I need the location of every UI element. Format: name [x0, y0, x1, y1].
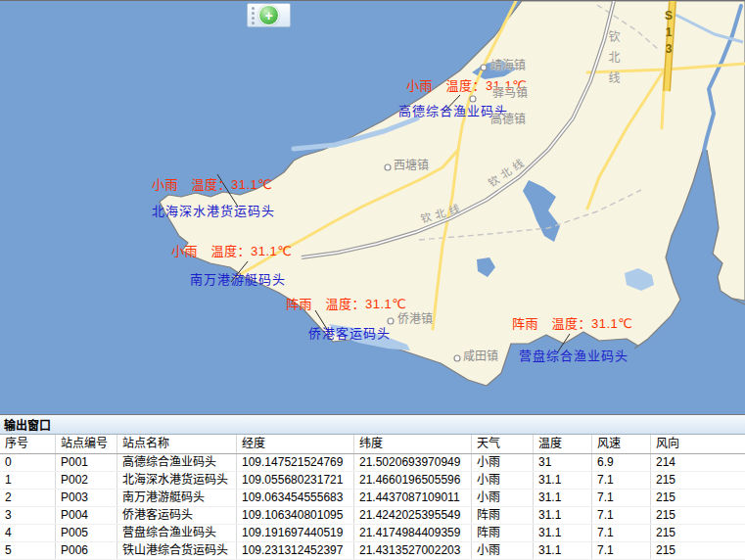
map-label-dock: 侨港客运码头 — [308, 327, 391, 340]
map-canvas[interactable]: 小雨 温度：31.1℃高德综合渔业码头小雨 温度：31.1℃北海深水港货运码头小… — [0, 1, 745, 414]
output-panel: 输出窗口 序号站点编号站点名称经度纬度天气温度风速风向 0P001高德综合渔业码… — [0, 414, 745, 560]
add-overlay-button[interactable]: + — [258, 5, 279, 25]
column-header[interactable]: 经度 — [237, 435, 354, 453]
table-cell: 21.4174984409359 — [354, 525, 472, 541]
column-header[interactable]: 站点编号 — [56, 435, 117, 453]
panel-title-text: 输出窗口 — [4, 416, 51, 433]
map-label-town: 西塘镇 — [394, 160, 429, 171]
plus-icon: + — [264, 9, 272, 23]
table-cell: 7.1 — [592, 525, 651, 541]
table-cell: 109.055680231721 — [237, 472, 354, 489]
road-shield-s13: S13 — [662, 9, 675, 56]
stations-table: 序号站点编号站点名称经度纬度天气温度风速风向 0P001高德综合渔业码头109.… — [0, 435, 745, 560]
table-cell: 215 — [651, 472, 745, 489]
table-cell: 7.1 — [592, 472, 651, 489]
column-header[interactable]: 站点名称 — [117, 435, 237, 453]
table-cell: 21.4660196505596 — [354, 472, 472, 489]
table-cell: 5 — [0, 542, 56, 559]
map-label-town: 侨港镇 — [397, 313, 433, 325]
table-cell: 小雨 — [472, 542, 534, 559]
table-cell: 北海深水港货运码头 — [117, 472, 237, 489]
app-window: 小雨 温度：31.1℃高德综合渔业码头小雨 温度：31.1℃北海深水港货运码头小… — [0, 0, 745, 560]
table-cell: 铁山港综合货运码头 — [117, 542, 237, 559]
column-header[interactable]: 纬度 — [354, 435, 472, 453]
table-cell: 109.231312452397 — [237, 542, 354, 559]
table-cell: 7.1 — [592, 542, 651, 559]
table-cell: 31 — [534, 454, 592, 471]
map-label-town: 驿马镇 — [492, 87, 528, 99]
table-cell: P003 — [56, 490, 117, 506]
table-cell: 31.1 — [534, 525, 592, 541]
table-row[interactable]: 1P002北海深水港货运码头109.05568023172121.4660196… — [0, 472, 745, 490]
table-cell: 侨港客运码头 — [117, 507, 237, 524]
table-cell: 小雨 — [472, 472, 534, 489]
table-cell: 21.4242025395549 — [354, 507, 472, 524]
map-label-weather: 阵雨 温度：31.1℃ — [512, 317, 632, 330]
table-cell: 31.1 — [534, 490, 592, 506]
table-cell: 215 — [651, 542, 745, 559]
map-toolbar: + — [247, 3, 291, 27]
table-cell: 31.1 — [534, 507, 592, 524]
table-cell: 4 — [0, 525, 56, 541]
table-row[interactable]: 3P004侨港客运码头109.10634080109521.4242025395… — [0, 507, 745, 525]
table-body: 0P001高德综合渔业码头109.14752152476921.50206939… — [0, 454, 745, 560]
road-shield-char: 1 — [662, 25, 675, 39]
table-cell: P005 — [56, 525, 117, 541]
map-basemap — [0, 1, 745, 414]
column-header[interactable]: 序号 — [0, 435, 56, 453]
table-cell: 21.4313527002203 — [354, 542, 472, 559]
table-cell: 小雨 — [472, 454, 534, 471]
table-cell: 21.5020693970949 — [354, 454, 472, 471]
map-label-dock: 北海深水港货运码头 — [152, 205, 275, 217]
output-window-titlebar: 输出窗口 — [0, 414, 745, 435]
table-cell: 6.9 — [592, 454, 651, 471]
table-cell: 2 — [0, 490, 56, 506]
table-cell: 215 — [651, 507, 745, 524]
table-cell: 21.4437087109011 — [354, 490, 472, 506]
map-label-railv: 钦北线 — [607, 30, 619, 92]
table-cell: 高德综合渔业码头 — [117, 454, 237, 471]
table-cell: 214 — [651, 454, 745, 471]
toolbar-grip-handle[interactable] — [252, 7, 255, 24]
table-cell: 109.063454555683 — [237, 490, 354, 506]
table-cell: 7.1 — [592, 507, 651, 524]
table-cell: 阵雨 — [472, 507, 534, 524]
column-header[interactable]: 天气 — [472, 435, 534, 453]
table-cell: 1 — [0, 472, 56, 489]
table-cell: 215 — [651, 490, 745, 506]
map-label-weather: 阵雨 温度：31.1℃ — [286, 298, 406, 310]
road-shield-char: S — [662, 9, 675, 23]
table-cell: P001 — [56, 454, 117, 471]
table-cell: 109.147521524769 — [237, 454, 354, 471]
table-row[interactable]: 0P001高德综合渔业码头109.14752152476921.50206939… — [0, 454, 745, 472]
table-cell: P004 — [56, 507, 117, 524]
table-cell: 阵雨 — [472, 525, 534, 541]
table-header-row: 序号站点编号站点名称经度纬度天气温度风速风向 — [0, 435, 745, 454]
map-label-town: 咸田镇 — [463, 350, 498, 362]
table-cell: 31.1 — [534, 472, 592, 489]
table-cell: 215 — [651, 525, 745, 541]
table-cell: 109.191697440519 — [237, 525, 354, 541]
road-shield-char: 3 — [662, 42, 675, 56]
table-cell: 小雨 — [472, 490, 534, 506]
column-header[interactable]: 风速 — [592, 435, 651, 453]
map-label-dock: 营盘综合渔业码头 — [519, 350, 629, 362]
map-label-dock: 南万港游艇码头 — [190, 273, 286, 286]
column-header[interactable]: 温度 — [534, 435, 592, 453]
table-cell: 7.1 — [592, 490, 651, 506]
table-cell: 南万港游艇码头 — [117, 490, 237, 506]
table-cell: 营盘综合渔业码头 — [117, 525, 237, 541]
map-label-town: 靖海镇 — [490, 60, 526, 71]
table-cell: 31.1 — [534, 542, 592, 559]
table-cell: 109.106340801095 — [237, 507, 354, 524]
map-label-town: 高德镇 — [490, 114, 526, 125]
table-row[interactable]: 4P005营盘综合渔业码头109.19169744051921.41749844… — [0, 525, 745, 542]
table-cell: P002 — [56, 472, 117, 489]
map-label-weather: 小雨 温度：31.1℃ — [152, 178, 272, 191]
column-header[interactable]: 风向 — [651, 435, 745, 453]
table-cell: P006 — [56, 542, 117, 559]
table-row[interactable]: 2P003南万港游艇码头109.06345455568321.443708710… — [0, 490, 745, 507]
table-row[interactable]: 5P006铁山港综合货运码头109.23131245239721.4313527… — [0, 542, 745, 560]
table-cell: 0 — [0, 454, 56, 471]
table-cell: 3 — [0, 507, 56, 524]
